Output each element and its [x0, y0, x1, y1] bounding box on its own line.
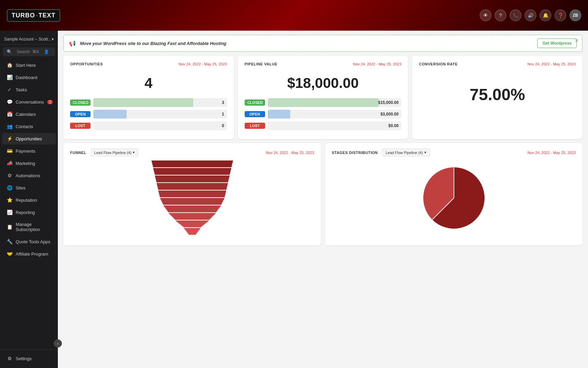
- opportunities-date: Nov 24, 2022 - May 25, 2023: [179, 62, 227, 66]
- search-icon: 🔍: [7, 49, 14, 54]
- automations-icon: ⚙: [7, 173, 12, 178]
- marketing-icon: 📣: [7, 160, 12, 166]
- bar-row-lost: LOST 0: [70, 121, 227, 130]
- sidebar-item-marketing[interactable]: 📣 Marketing: [2, 157, 56, 169]
- sidebar-item-label: Payments: [16, 149, 35, 154]
- svg-marker-9: [175, 220, 209, 227]
- bell-icon[interactable]: 🔔: [540, 10, 551, 21]
- start-here-icon: 🏠: [7, 62, 12, 68]
- sidebar-item-label: Reputation: [16, 198, 37, 203]
- funnel-left: FUNNEL Lead Flow Pipeline (4) ▾: [70, 149, 138, 156]
- sidebar-item-automations[interactable]: ⚙ Automations: [2, 170, 56, 181]
- funnel-chart: [70, 160, 314, 235]
- closed-bar-track: 3: [93, 98, 227, 107]
- bar-row-open: OPEN 1: [70, 110, 227, 119]
- logo-dash: -: [36, 12, 38, 19]
- main-content: 📢 Move your WordPress site to our Blazin…: [58, 31, 588, 368]
- funnel-label: FUNNEL: [70, 151, 86, 155]
- volume-icon[interactable]: 🔊: [525, 10, 536, 21]
- sidebar-item-label: Reporting: [16, 210, 35, 215]
- sidebar-item-conversations[interactable]: 💬 Conversations 2: [2, 96, 56, 108]
- sidebar-item-settings[interactable]: ⚙ Settings: [2, 353, 56, 364]
- bar-row-closed: CLOSED 3: [70, 98, 227, 107]
- sidebar-item-sites[interactable]: 🌐 Sites: [2, 182, 56, 194]
- open-bar-track: 1: [93, 110, 227, 119]
- sidebar-item-quote-tools[interactable]: 🔧 Quote Tools Apps: [2, 236, 56, 247]
- pipeline-label: PIPELINE VALUE: [245, 62, 278, 66]
- stages-header: STAGES DISTRIBUTION Lead Flow Pipeline (…: [332, 149, 576, 156]
- opportunities-card: OPPORTUNITIES Nov 24, 2022 - May 25, 202…: [63, 56, 234, 139]
- stages-card: STAGES DISTRIBUTION Lead Flow Pipeline (…: [325, 143, 583, 245]
- manage-subscription-icon: 📋: [7, 224, 12, 230]
- funnel-header: FUNNEL Lead Flow Pipeline (4) ▾ Nov 24, …: [70, 149, 314, 156]
- pipeline-bar-row-lost: LOST $0.00: [245, 121, 402, 130]
- logo[interactable]: TURBO - TEXT: [7, 9, 60, 22]
- sidebar-item-reporting[interactable]: 📈 Reporting: [2, 206, 56, 218]
- sites-icon: 🌐: [7, 185, 12, 190]
- svg-marker-7: [163, 205, 221, 212]
- search-bar[interactable]: 🔍 Search ⌘K 👤: [3, 47, 55, 56]
- main-layout: Sample Account -- Scott... ▾ 🔍 Search ⌘K…: [0, 31, 588, 368]
- sidebar-item-contacts[interactable]: 👥 Contacts: [2, 121, 56, 132]
- banner-close-icon[interactable]: ✕: [575, 38, 579, 43]
- lost-label: LOST: [70, 123, 91, 129]
- sidebar-item-opportunities[interactable]: ⚡ Opportunities: [2, 133, 56, 144]
- reputation-icon: ⭐: [7, 197, 12, 203]
- svg-marker-10: [184, 228, 201, 235]
- svg-marker-3: [155, 175, 230, 182]
- sidebar: Sample Account -- Scott... ▾ 🔍 Search ⌘K…: [0, 31, 58, 368]
- open-count: 1: [222, 112, 224, 117]
- sidebar-item-calendars[interactable]: 📅 Calendars: [2, 108, 56, 120]
- sidebar-item-tasks[interactable]: ✓ Tasks: [2, 84, 56, 95]
- sidebar-item-label: Manage Subscription: [16, 222, 51, 232]
- sidebar-item-manage-subscription[interactable]: 📋 Manage Subscription: [2, 219, 56, 235]
- pipeline-bars: CLOSED $15,000.00 OPEN $3,000.00: [245, 98, 402, 130]
- svg-marker-4: [157, 183, 228, 190]
- lost-count: 0: [222, 123, 224, 128]
- sidebar-item-dashboard[interactable]: 📊 Dashboard: [2, 72, 56, 83]
- question-icon[interactable]: ❓: [555, 10, 566, 21]
- sidebar-item-label: Contacts: [16, 124, 33, 129]
- calendars-icon: 📅: [7, 111, 12, 117]
- pipeline-date: Nov 24, 2022 - May 25, 2023: [353, 62, 401, 66]
- account-selector[interactable]: Sample Account -- Scott... ▾: [0, 34, 58, 45]
- logo-turbo: TURBO: [12, 12, 35, 19]
- logo-area: TURBO - TEXT: [7, 9, 65, 22]
- contacts-icon: 👥: [7, 124, 12, 129]
- get-wordpress-button[interactable]: Get Wordpress: [537, 39, 577, 48]
- conversion-header: CONVERSION RATE Nov 24, 2022 - May 25, 2…: [419, 62, 576, 66]
- sidebar-item-affiliate[interactable]: 🤝 Affiliate Program: [2, 248, 56, 260]
- bottom-grid: FUNNEL Lead Flow Pipeline (4) ▾ Nov 24, …: [63, 143, 583, 245]
- help-icon[interactable]: ?: [495, 10, 506, 21]
- tasks-icon: ✓: [7, 87, 12, 92]
- stages-pipeline-dropdown[interactable]: Lead Flow Pipeline (4) ▾: [382, 149, 430, 156]
- sidebar-item-label: Calendars: [16, 112, 36, 117]
- phone-icon[interactable]: 📞: [510, 10, 521, 21]
- conversations-icon: 💬: [7, 99, 12, 105]
- opportunities-value: 4: [70, 72, 227, 95]
- sidebar-item-start-here[interactable]: 🏠 Start Here: [2, 59, 56, 71]
- conversion-date: Nov 24, 2022 - May 25, 2023: [527, 62, 576, 66]
- closed-count: 3: [222, 100, 224, 105]
- chevron-down-icon: ▾: [133, 150, 135, 155]
- sidebar-item-label: Quote Tools Apps: [16, 239, 50, 244]
- opportunities-label: OPPORTUNITIES: [70, 62, 103, 66]
- svg-marker-5: [158, 190, 226, 197]
- sidebar-collapse-button[interactable]: ‹: [54, 339, 62, 348]
- search-label: Search: [17, 49, 30, 54]
- svg-marker-1: [151, 160, 233, 167]
- user-icon: 👤: [44, 49, 51, 54]
- sidebar-item-reputation[interactable]: ⭐ Reputation: [2, 194, 56, 206]
- avatar[interactable]: ZB: [570, 10, 581, 21]
- funnel-card: FUNNEL Lead Flow Pipeline (4) ▾ Nov 24, …: [63, 143, 321, 245]
- opportunities-icon: ⚡: [7, 136, 12, 141]
- pipeline-lost-track: $0.00: [268, 121, 402, 130]
- pipeline-open-label: OPEN: [245, 111, 265, 117]
- logo-text: TEXT: [38, 12, 55, 19]
- megaphone-icon: 📢: [69, 40, 76, 47]
- closed-label: CLOSED: [70, 99, 91, 106]
- eye-icon[interactable]: 👁: [480, 10, 491, 21]
- funnel-pipeline-dropdown[interactable]: Lead Flow Pipeline (4) ▾: [91, 149, 138, 156]
- pipeline-open-track: $3,000.00: [268, 110, 402, 119]
- sidebar-item-payments[interactable]: 💳 Payments: [2, 145, 56, 157]
